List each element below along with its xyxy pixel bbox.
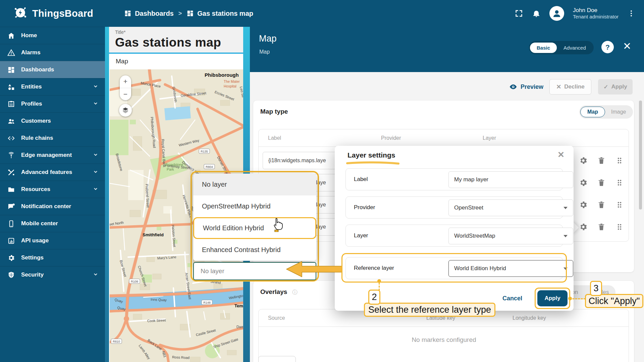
annotation3-text: Click "Apply"	[585, 294, 643, 308]
drag-handle-icon[interactable]	[615, 156, 624, 165]
field-label: Provider	[354, 204, 375, 211]
layer-option-openstreetmap-hybrid[interactable]: OpenStreetMap Hybrid	[193, 195, 316, 217]
toggle-map[interactable]: Map	[580, 107, 605, 117]
field-input[interactable]: My map layer	[448, 171, 573, 188]
chevron-down-icon	[92, 151, 99, 159]
panel-title: Map	[259, 34, 277, 44]
app-root: ThingsBoard Dashboards>Gas stations map …	[0, 0, 644, 362]
annotation3-dot	[568, 297, 572, 300]
road-badge: R108	[129, 279, 140, 284]
delete-icon[interactable]	[597, 223, 606, 231]
fullscreen-icon[interactable]	[515, 9, 523, 18]
field-select[interactable]: OpenStreet	[448, 199, 573, 216]
chevron-down-icon	[92, 271, 99, 279]
panel-close-icon[interactable]: ✕	[623, 40, 631, 52]
notifications-icon[interactable]	[532, 9, 541, 18]
user-info[interactable]: John Doe Tenant administrator	[573, 7, 619, 20]
layer-settings-dialog: Layer settings ✕ LabelMy map layerProvid…	[335, 146, 574, 311]
sidebar-item-label: Home	[21, 32, 99, 39]
sidebar-item-customers[interactable]: Customers	[0, 112, 105, 129]
decline-button[interactable]: ✕ Decline	[549, 79, 591, 95]
sidebar-item-mobile-center[interactable]: Mobile center	[0, 215, 105, 232]
field-value: My map layer	[454, 176, 488, 183]
drag-handle-icon[interactable]	[615, 223, 624, 231]
breadcrumb-item[interactable]: Gas stations map	[186, 10, 253, 17]
delete-icon[interactable]	[597, 200, 606, 209]
user-name: John Doe	[573, 7, 619, 14]
drag-handle-icon[interactable]	[615, 200, 624, 209]
sidebar-item-label: Notification center	[21, 203, 99, 210]
drag-handle-icon[interactable]	[615, 178, 624, 187]
zoom-out-button[interactable]: −	[120, 88, 131, 101]
settings-icon	[7, 254, 15, 262]
sidebar-item-edge-management[interactable]: Edge management	[0, 146, 105, 164]
sidebar-item-dashboards[interactable]: Dashboards	[0, 61, 105, 78]
sidebar-item-rule-chains[interactable]: Rule chains	[0, 129, 105, 146]
zoom-in-button[interactable]: +	[120, 75, 131, 88]
widget-title-editor[interactable]: Title* Gas stations map	[109, 27, 243, 53]
resources-icon	[7, 186, 15, 193]
widget-title-value[interactable]: Gas stations map	[115, 36, 243, 50]
road-badge: R810	[111, 339, 122, 344]
field-select[interactable]: WorldStreetMap	[448, 228, 573, 244]
add-marker-button[interactable]	[258, 356, 296, 362]
field-select[interactable]: World Edition Hybrid	[448, 260, 573, 277]
breadcrumb-item[interactable]: Dashboards	[124, 10, 174, 17]
breadcrumb: Dashboards>Gas stations map	[124, 10, 253, 17]
dialog-field-provider: ProviderOpenStreet	[345, 196, 563, 219]
layer-option-no-layer[interactable]: No layer	[193, 174, 316, 195]
panel-scrollbar[interactable]	[639, 101, 642, 209]
dialog-close-icon[interactable]: ✕	[557, 150, 565, 160]
toggle-advanced[interactable]: Advanced	[557, 43, 593, 53]
sidebar-item-label: API usage	[21, 237, 99, 244]
settings-icon[interactable]	[579, 200, 588, 209]
layer-dropdown: No layerOpenStreetMap HybridWorld Editio…	[193, 174, 316, 261]
settings-icon[interactable]	[579, 178, 588, 187]
dialog-field-reference-layer: Reference layerWorld Edition Hybrid	[345, 257, 563, 279]
sidebar-item-label: Customers	[21, 118, 99, 124]
sidebar-item-security[interactable]: Security	[0, 266, 105, 283]
delete-icon[interactable]	[597, 178, 606, 187]
sidebar-item-advanced-features[interactable]: Advanced features	[0, 164, 105, 181]
help-button[interactable]: ?	[601, 41, 614, 53]
sidebar-item-home[interactable]: Home	[0, 27, 105, 44]
sidebar-item-label: Settings	[21, 254, 99, 261]
layer-option-enhanced-contrast-hybrid[interactable]: Enhanced Contrast Hybrid	[193, 239, 316, 261]
delete-icon[interactable]	[597, 156, 606, 165]
dialog-title: Layer settings	[347, 151, 395, 159]
dialog-cancel-button[interactable]: Cancel	[502, 295, 522, 302]
map-layers-button[interactable]	[119, 104, 132, 117]
map-type-heading: Map type	[260, 108, 288, 115]
thingsboard-logo-icon	[13, 5, 28, 22]
dialog-apply-button[interactable]: Apply	[537, 290, 568, 306]
sidebar-item-resources[interactable]: Resources	[0, 181, 105, 198]
apply-changes-button[interactable]: ✓ Apply	[598, 79, 633, 95]
preview-button[interactable]: Preview	[509, 83, 543, 91]
sidebar-item-notification-center[interactable]: Notification center	[0, 198, 105, 215]
notification-icon	[7, 203, 15, 210]
sidebar-item-settings[interactable]: Settings	[0, 249, 105, 266]
settings-icon[interactable]	[579, 156, 588, 165]
brand: ThingsBoard	[13, 5, 93, 22]
toggle-image[interactable]: Image	[605, 107, 632, 117]
toggle-basic[interactable]: Basic	[530, 43, 557, 53]
title-marker-underline	[346, 161, 400, 165]
sidebar-item-label: Profiles	[21, 101, 86, 107]
map-street-label: Smithfield	[143, 232, 164, 237]
sidebar-item-entities[interactable]: Entities	[0, 78, 105, 95]
more-vert-icon[interactable]	[627, 9, 635, 17]
map-street-label: Park	[167, 167, 174, 171]
info-icon: ⓘ	[292, 289, 298, 295]
sidebar-item-profiles[interactable]: Profiles	[0, 95, 105, 112]
field-value: WorldStreetMap	[454, 233, 495, 239]
avatar[interactable]	[549, 6, 564, 21]
settings-icon[interactable]	[579, 223, 588, 231]
breadcrumb-label: Dashboards	[135, 10, 174, 17]
pointer-arrow	[284, 259, 343, 280]
sidebar-item-alarms[interactable]: Alarms	[0, 44, 105, 61]
layer-option-world-edition-hybrid[interactable]: World Edition Hybrid	[193, 217, 316, 239]
breadcrumb-separator: >	[178, 10, 182, 17]
road-badge: R804	[204, 164, 215, 169]
svg-text:R108: R108	[131, 280, 138, 283]
sidebar-item-api-usage[interactable]: API usage	[0, 232, 105, 249]
